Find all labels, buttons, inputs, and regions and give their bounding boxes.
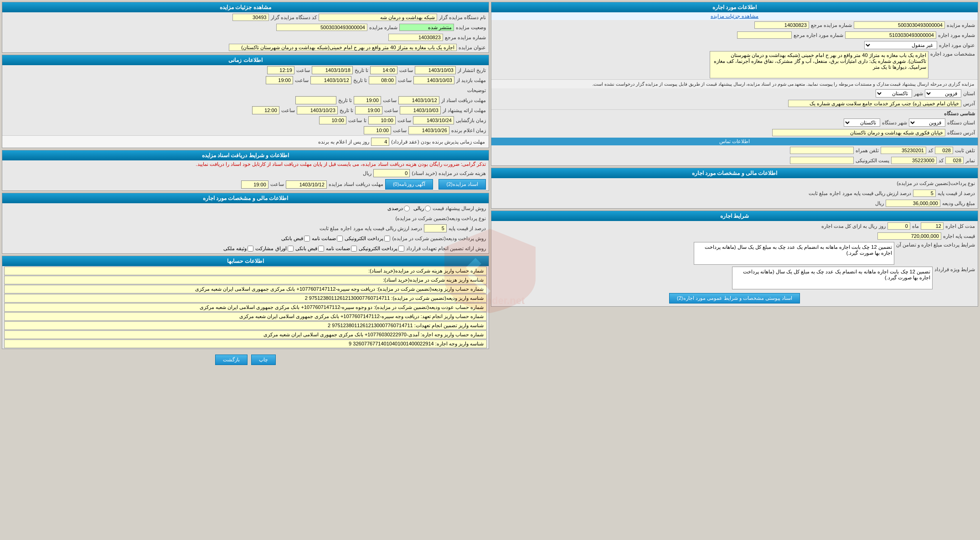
left-panel: اطلاعات مورد اجاره مشاهده جزئیات مزایده … [491, 2, 978, 538]
address-device-input[interactable] [772, 129, 945, 136]
doc-warning: تذکر گرامی: ضرورت رایگان بودن هزینه دریا… [2, 160, 489, 168]
landline-code[interactable] [935, 147, 953, 154]
device-name-label: نام دستگاه مزایده گزار [439, 15, 486, 21]
auction-number-input[interactable] [854, 21, 945, 29]
payment-bank-receipt[interactable]: قبض بانکی [281, 236, 310, 242]
rial-radio[interactable]: ریالی [413, 206, 431, 211]
doc-price-from-time [355, 106, 382, 114]
description-textarea[interactable]: اجاره یک باب مغازه به متراژ 40 متر واقع … [710, 51, 928, 78]
doc-deadline-to-date [295, 96, 336, 104]
city-label: شهر [914, 91, 923, 97]
property-type-select[interactable]: غیر منقول [864, 41, 937, 49]
publish-to-time-label: ساعت [296, 67, 310, 73]
auction-ref2-label: شماره مزایده مرجع [445, 35, 486, 41]
opening-time-from-label: ساعت [397, 118, 411, 123]
fee-label: هزینه شرکت در مزایده (خرید اسناد) [412, 170, 486, 176]
auction-code-label: کد دستگاه مزایده گزار [271, 15, 317, 21]
back-button[interactable]: بازگشت [215, 355, 248, 365]
payment-type-right-label: نوع پرداخت ودیعه(تضمین شرکت در مزایده) [395, 216, 486, 221]
base-price-label: درصد ارزش ریالی قیمت پایه مورد اجاره [830, 190, 911, 196]
days-input[interactable] [887, 222, 910, 230]
city-device-select[interactable]: تاکستان [844, 118, 880, 127]
adv-download-btn[interactable]: آگهی روزنامه(0) [385, 179, 433, 190]
doc-button[interactable]: اسناد پیوستی مشخصات و شرایط عمومی مورد ا… [669, 293, 800, 303]
winner-deadline-label: مهلت زمانی پذیرش برنده بودن (عقد قرارداد… [391, 139, 485, 145]
deadline-time [241, 180, 268, 189]
account2-row: شناسه واریز هزینه شرکت در مزایده(خرید اس… [4, 276, 487, 284]
auction-code-input [232, 14, 269, 21]
code-label: کد [928, 148, 933, 154]
ref-lease-label: شماره مورد اجاره مرجع [794, 32, 843, 38]
doc-price-time-label: ساعت [384, 108, 398, 113]
submit-from-time [369, 76, 396, 84]
submit-from-date [413, 76, 454, 84]
percent-label: درصد از قیمت پایه [938, 190, 975, 196]
province-device-select[interactable]: قزوین [909, 118, 945, 127]
times-title: اطلاعات زمانی [2, 55, 489, 65]
left-link[interactable]: مشاهده جزئیات مزایده [491, 12, 978, 20]
contract-bank-receipt[interactable]: قبض بانکی [295, 246, 324, 252]
percent-input[interactable] [913, 190, 936, 197]
print-button[interactable]: چاپ [251, 355, 276, 365]
payment-guarantee[interactable]: ضمانت نامه [312, 236, 343, 242]
address-device-label: آدرس دستگاه [947, 130, 975, 136]
address-label: آدرس [963, 101, 975, 107]
email-input[interactable] [790, 157, 854, 164]
contract-electronic[interactable]: پرداخت الکترونیکی [359, 246, 404, 252]
landline-number[interactable] [881, 147, 926, 154]
account5-row: شماره حساب عودت ودیعه(تضمین شرکت در مزای… [4, 303, 487, 312]
rial-unit: ریال [875, 201, 884, 206]
landline2-input[interactable] [790, 147, 854, 154]
fax-number[interactable] [891, 157, 937, 164]
title-input [229, 44, 457, 51]
ref-lease-input[interactable] [737, 31, 792, 39]
rial-value-label: مبلغ ریالی ودیعه [942, 201, 975, 206]
deadline-date [286, 180, 327, 189]
address-input[interactable] [788, 100, 961, 107]
account8-row: شماره حساب واریز وجه اجاره: آمدی-1077603… [4, 330, 487, 339]
landline2-label: تلفن همراه [856, 148, 879, 154]
publish-from-label: تاریخ انتشار از [458, 67, 486, 73]
province-select[interactable]: قزوین [925, 89, 961, 98]
months-input[interactable] [921, 222, 944, 230]
publish-to-label: تا تاریخ [355, 67, 368, 73]
account4-row: شناسه واریز ودیعه(تضمین شرکت در مزایده):… [4, 294, 487, 303]
auction-ref-label: شماره مزایده [369, 25, 397, 31]
months-label: ماه [912, 223, 919, 229]
contract-guarantee[interactable]: ضمانت نامه [326, 246, 357, 252]
desc-label: مشخصات مورد اجاره [930, 51, 975, 57]
fax-code[interactable] [945, 157, 964, 164]
doc-price-to-label: تا تاریخ [340, 108, 353, 113]
lease-number-input[interactable] [845, 31, 936, 39]
submit-from-label: مهلت بازدید از [456, 77, 486, 83]
email-label: پست الکترونیکی [856, 158, 889, 164]
contract-bonds[interactable]: اوراق مشارکت [255, 246, 293, 252]
doc-download-btn[interactable]: اسناد مزایده(2) [438, 179, 486, 190]
fax-code-label: کد [939, 158, 944, 164]
deadline-time-label: ساعت [270, 181, 284, 187]
auction-notice: مزایده گزاری در مرحله ارسال پیشنهاد قیمت… [593, 82, 974, 87]
status-label: وضعیت مزایده [456, 25, 486, 31]
send-method-radio-group: ریالی درصدی [387, 206, 431, 211]
doc-deadline-from-time [354, 96, 381, 104]
fixed-amount-label: مبلغ ثابت [809, 190, 828, 196]
lease-financial-title: اطلاعات مالی و مشخصات مورد اجاره [2, 193, 489, 203]
condition1-text: تضمین 12 چک بابت اجاره ماهانه به انضمام … [694, 242, 894, 265]
publish-from-time-label: ساعت [399, 67, 413, 73]
percent-radio[interactable]: درصدی [387, 206, 410, 211]
winner-date [408, 126, 449, 134]
city-device-label: شهر دستگاه [882, 120, 907, 126]
base-rent-input[interactable] [877, 232, 941, 240]
rial-value-input[interactable] [886, 200, 940, 207]
ref-number-input[interactable] [754, 21, 809, 29]
payment-electronic[interactable]: پرداخت الکترونیکی [345, 236, 390, 242]
contract-property[interactable]: وثیقه ملکی [223, 246, 253, 252]
contract-method-label: روش ارائه تضمین انجام تعهدات قرارداد [406, 246, 486, 252]
financial-title: اطلاعات مالی و مشخصات مورد اجاره [491, 168, 978, 178]
ref-number-label: شماره مزایده مرجع [811, 22, 852, 28]
doc-price-to-time-label: ساعت [281, 108, 295, 113]
city-select[interactable]: تاکستان [876, 89, 912, 98]
payment-method-label: روش پرداخت ودیعه(تضمین شرکت در مزایده) [392, 236, 486, 242]
winner-label: زمان اعلام برنده [451, 128, 486, 134]
percent-base-label: درصد از قیمت پایه [449, 226, 486, 231]
